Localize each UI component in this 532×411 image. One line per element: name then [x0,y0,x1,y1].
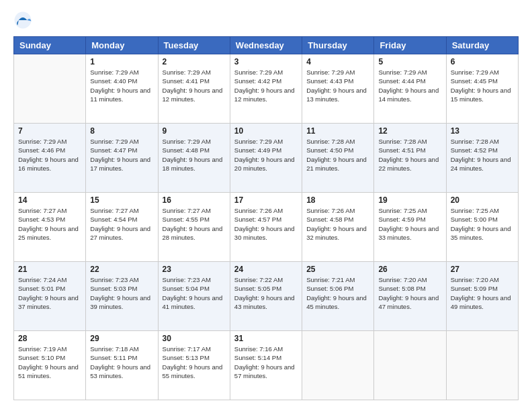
logo-icon [13,11,32,30]
calendar-cell: 11Sunrise: 7:28 AMSunset: 4:50 PMDayligh… [302,124,374,193]
day-detail: Sunrise: 7:22 AMSunset: 5:05 PMDaylight:… [234,275,298,311]
day-number: 30 [163,334,226,343]
calendar-cell [374,331,446,400]
day-detail: Sunrise: 7:20 AMSunset: 5:09 PMDaylight:… [451,275,514,311]
day-number: 28 [18,334,81,343]
calendar-cell: 20Sunrise: 7:25 AMSunset: 5:00 PMDayligh… [446,193,518,262]
day-detail: Sunrise: 7:28 AMSunset: 4:52 PMDaylight:… [451,137,514,173]
calendar-cell: 18Sunrise: 7:26 AMSunset: 4:58 PMDayligh… [302,193,374,262]
day-number: 7 [18,126,81,136]
day-detail: Sunrise: 7:29 AMSunset: 4:49 PMDaylight:… [234,137,298,173]
day-number: 23 [163,265,226,274]
day-number: 26 [378,265,441,274]
calendar-table: SundayMondayTuesdayWednesdayThursdayFrid… [13,36,519,400]
day-number: 16 [163,195,226,205]
logo-area [13,11,35,30]
day-detail: Sunrise: 7:29 AMSunset: 4:41 PMDaylight:… [163,68,226,103]
day-detail: Sunrise: 7:18 AMSunset: 5:11 PMDaylight:… [90,345,153,380]
day-number: 6 [451,57,514,66]
day-detail: Sunrise: 7:29 AMSunset: 4:48 PMDaylight:… [163,137,226,173]
week-row-4: 28Sunrise: 7:19 AMSunset: 5:10 PMDayligh… [14,331,519,400]
day-detail: Sunrise: 7:29 AMSunset: 4:46 PMDaylight:… [18,137,81,173]
day-detail: Sunrise: 7:28 AMSunset: 4:51 PMDaylight:… [378,137,441,173]
day-number: 11 [306,126,369,136]
day-detail: Sunrise: 7:19 AMSunset: 5:10 PMDaylight:… [18,345,81,380]
day-detail: Sunrise: 7:24 AMSunset: 5:01 PMDaylight:… [18,275,81,311]
weekday-header-monday: Monday [86,37,158,54]
day-number: 22 [90,265,153,274]
day-number: 24 [234,265,298,274]
day-detail: Sunrise: 7:20 AMSunset: 5:08 PMDaylight:… [378,275,441,311]
day-number: 10 [234,126,298,136]
day-detail: Sunrise: 7:16 AMSunset: 5:14 PMDaylight:… [234,345,298,380]
day-number: 3 [234,57,298,66]
day-detail: Sunrise: 7:21 AMSunset: 5:06 PMDaylight:… [306,275,369,311]
calendar-cell: 27Sunrise: 7:20 AMSunset: 5:09 PMDayligh… [446,262,518,331]
day-detail: Sunrise: 7:27 AMSunset: 4:54 PMDaylight:… [90,206,153,242]
day-detail: Sunrise: 7:26 AMSunset: 4:58 PMDaylight:… [306,206,369,242]
calendar-cell: 12Sunrise: 7:28 AMSunset: 4:51 PMDayligh… [374,124,446,193]
day-number: 15 [90,195,153,205]
day-detail: Sunrise: 7:23 AMSunset: 5:03 PMDaylight:… [90,275,153,311]
day-number: 14 [18,195,81,205]
calendar-cell: 31Sunrise: 7:16 AMSunset: 5:14 PMDayligh… [230,331,302,400]
day-detail: Sunrise: 7:27 AMSunset: 4:55 PMDaylight:… [163,206,226,242]
day-number: 8 [90,126,153,136]
calendar-cell: 3Sunrise: 7:29 AMSunset: 4:42 PMDaylight… [230,54,302,124]
day-number: 13 [451,126,514,136]
day-number: 18 [306,195,369,205]
page: SundayMondayTuesdayWednesdayThursdayFrid… [0,0,532,411]
day-number: 20 [451,195,514,205]
day-detail: Sunrise: 7:23 AMSunset: 5:04 PMDaylight:… [163,275,226,311]
day-detail: Sunrise: 7:17 AMSunset: 5:13 PMDaylight:… [163,345,226,380]
day-detail: Sunrise: 7:29 AMSunset: 4:40 PMDaylight:… [90,68,153,103]
calendar-cell: 16Sunrise: 7:27 AMSunset: 4:55 PMDayligh… [158,193,230,262]
weekday-header-saturday: Saturday [446,37,518,54]
day-detail: Sunrise: 7:25 AMSunset: 4:59 PMDaylight:… [378,206,441,242]
day-number: 1 [90,57,153,66]
calendar-cell: 24Sunrise: 7:22 AMSunset: 5:05 PMDayligh… [230,262,302,331]
weekday-header-row: SundayMondayTuesdayWednesdayThursdayFrid… [14,37,519,54]
calendar-cell: 28Sunrise: 7:19 AMSunset: 5:10 PMDayligh… [14,331,86,400]
day-number: 17 [234,195,298,205]
calendar-cell: 13Sunrise: 7:28 AMSunset: 4:52 PMDayligh… [446,124,518,193]
calendar-cell: 9Sunrise: 7:29 AMSunset: 4:48 PMDaylight… [158,124,230,193]
day-number: 12 [378,126,441,136]
weekday-header-sunday: Sunday [14,37,86,54]
day-detail: Sunrise: 7:26 AMSunset: 4:57 PMDaylight:… [234,206,298,242]
calendar-cell: 17Sunrise: 7:26 AMSunset: 4:57 PMDayligh… [230,193,302,262]
day-detail: Sunrise: 7:29 AMSunset: 4:42 PMDaylight:… [234,68,298,103]
calendar-cell: 26Sunrise: 7:20 AMSunset: 5:08 PMDayligh… [374,262,446,331]
day-number: 25 [306,265,369,274]
calendar-cell: 10Sunrise: 7:29 AMSunset: 4:49 PMDayligh… [230,124,302,193]
calendar-cell [14,54,86,124]
calendar-cell: 8Sunrise: 7:29 AMSunset: 4:47 PMDaylight… [86,124,158,193]
weekday-header-tuesday: Tuesday [158,37,230,54]
logo [13,11,35,30]
calendar-cell: 19Sunrise: 7:25 AMSunset: 4:59 PMDayligh… [374,193,446,262]
day-number: 27 [451,265,514,274]
day-detail: Sunrise: 7:29 AMSunset: 4:43 PMDaylight:… [306,68,369,103]
day-number: 9 [163,126,226,136]
day-number: 5 [378,57,441,66]
day-number: 31 [234,334,298,343]
day-detail: Sunrise: 7:27 AMSunset: 4:53 PMDaylight:… [18,206,81,242]
calendar-cell: 2Sunrise: 7:29 AMSunset: 4:41 PMDaylight… [158,54,230,124]
calendar-cell [446,331,518,400]
calendar-cell: 1Sunrise: 7:29 AMSunset: 4:40 PMDaylight… [86,54,158,124]
calendar-cell: 21Sunrise: 7:24 AMSunset: 5:01 PMDayligh… [14,262,86,331]
day-number: 21 [18,265,81,274]
day-number: 2 [163,57,226,66]
calendar-cell: 7Sunrise: 7:29 AMSunset: 4:46 PMDaylight… [14,124,86,193]
week-row-1: 7Sunrise: 7:29 AMSunset: 4:46 PMDaylight… [14,124,519,193]
calendar-cell: 5Sunrise: 7:29 AMSunset: 4:44 PMDaylight… [374,54,446,124]
calendar-cell: 4Sunrise: 7:29 AMSunset: 4:43 PMDaylight… [302,54,374,124]
calendar-cell: 25Sunrise: 7:21 AMSunset: 5:06 PMDayligh… [302,262,374,331]
calendar-cell: 30Sunrise: 7:17 AMSunset: 5:13 PMDayligh… [158,331,230,400]
header [13,11,519,30]
weekday-header-wednesday: Wednesday [230,37,302,54]
day-detail: Sunrise: 7:29 AMSunset: 4:44 PMDaylight:… [378,68,441,103]
calendar-cell: 6Sunrise: 7:29 AMSunset: 4:45 PMDaylight… [446,54,518,124]
day-number: 19 [378,195,441,205]
week-row-0: 1Sunrise: 7:29 AMSunset: 4:40 PMDaylight… [14,54,519,124]
